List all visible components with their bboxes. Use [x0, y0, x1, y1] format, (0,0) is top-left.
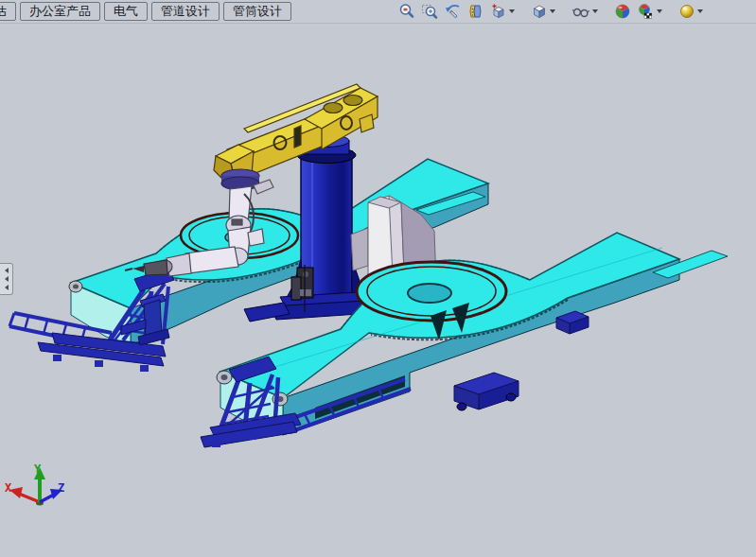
robot-boom[interactable] — [214, 84, 378, 182]
section-view-icon — [467, 3, 484, 20]
collapse-left-icon — [5, 276, 9, 282]
tab-electrical[interactable]: 电气 — [104, 2, 148, 21]
axis-x-label: X — [5, 481, 12, 495]
view-orientation-button[interactable] — [488, 1, 517, 22]
heads-up-view-toolbar — [396, 1, 705, 22]
view-settings-button[interactable] — [677, 1, 705, 22]
zoom-to-fit-icon — [398, 3, 415, 20]
commandmanager-tabs: 估 办公室产品 电气 管道设计 管筒设计 — [0, 2, 291, 22]
tab-office-products[interactable]: 办公室产品 — [20, 2, 100, 21]
previous-view-icon — [444, 3, 462, 20]
hide-show-items-button[interactable] — [570, 1, 600, 22]
graphics-viewport[interactable]: X Y Z — [0, 23, 756, 557]
panel-flyout-tab[interactable] — [0, 263, 13, 295]
toolbar-separator — [602, 11, 610, 12]
edit-appearance-icon — [614, 3, 631, 20]
display-style-button[interactable] — [529, 1, 557, 22]
zoom-to-area-button[interactable] — [419, 1, 440, 22]
orientation-triad[interactable]: X Y Z — [5, 462, 64, 506]
dropdown-arrow-icon[interactable] — [509, 9, 515, 13]
toolbar-separator — [559, 11, 568, 12]
tab-evaluate-partial[interactable]: 估 — [0, 2, 16, 21]
view-settings-icon — [678, 3, 695, 20]
dropdown-arrow-icon[interactable] — [550, 9, 555, 13]
edit-appearance-button[interactable] — [612, 1, 633, 22]
top-toolbar: 估 办公室产品 电气 管道设计 管筒设计 — [0, 0, 756, 24]
tab-tubing-design[interactable]: 管筒设计 — [223, 2, 291, 21]
toolbar-separator — [519, 11, 527, 12]
section-view-button[interactable] — [466, 1, 486, 22]
right-beam-mid-bracket[interactable] — [454, 373, 519, 410]
axis-z-label: Z — [58, 481, 64, 495]
tab-piping-design[interactable]: 管道设计 — [151, 2, 220, 21]
previous-view-button[interactable] — [442, 1, 464, 22]
zoom-to-fit-button[interactable] — [396, 1, 417, 22]
model-scene[interactable]: X Y Z — [0, 23, 756, 557]
collapse-left-icon — [5, 285, 9, 290]
dropdown-arrow-icon[interactable] — [592, 9, 598, 13]
hide-show-items-icon — [571, 3, 590, 20]
apply-scene-button[interactable] — [635, 1, 664, 22]
dropdown-arrow-icon[interactable] — [657, 9, 662, 13]
zoom-to-area-icon — [421, 3, 438, 20]
display-style-icon — [531, 3, 548, 20]
toolbar-separator — [666, 11, 675, 12]
apply-scene-icon — [637, 3, 655, 20]
dropdown-arrow-icon[interactable] — [697, 9, 703, 13]
view-orientation-icon — [490, 3, 507, 20]
collapse-left-icon — [5, 268, 9, 273]
axis-y-label: Y — [34, 462, 42, 476]
